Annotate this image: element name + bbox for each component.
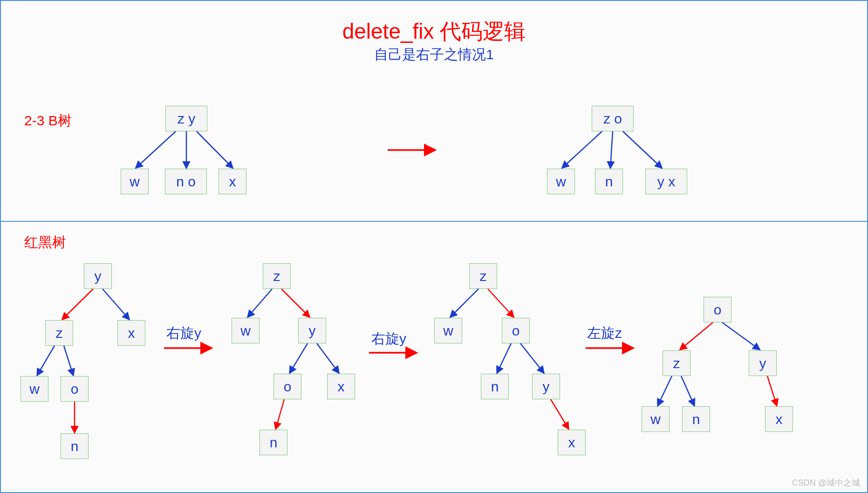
edge bbox=[276, 399, 284, 429]
edge bbox=[290, 343, 308, 373]
edge bbox=[197, 131, 232, 168]
btree-right-child-0: w bbox=[547, 169, 575, 194]
edge bbox=[562, 131, 602, 168]
rb2-w: w bbox=[232, 318, 260, 343]
edge bbox=[248, 289, 272, 317]
rb3-z: z bbox=[469, 263, 497, 289]
rb4-o: o bbox=[704, 297, 731, 322]
rb3-w: w bbox=[434, 318, 462, 343]
edge bbox=[722, 322, 759, 349]
rb1-n: n bbox=[61, 433, 89, 459]
rb1-z: z bbox=[45, 320, 73, 346]
rb3-x: x bbox=[558, 430, 586, 455]
btree-right-root: z o bbox=[592, 106, 634, 131]
op-label-rotR-y-2: 右旋y bbox=[371, 329, 406, 349]
rb3-y: y bbox=[532, 374, 560, 399]
section-label-rbtree: 红黑树 bbox=[24, 233, 66, 252]
rb4-n: n bbox=[682, 406, 710, 432]
rb1-y: y bbox=[84, 263, 112, 289]
rb4-y: y bbox=[749, 350, 777, 376]
btree-left-child-1: n o bbox=[165, 169, 207, 194]
rb2-y: y bbox=[298, 318, 326, 343]
btree-left-child-2: x bbox=[219, 169, 246, 194]
watermark: CSDN @城中之城 bbox=[792, 477, 860, 488]
edge bbox=[680, 322, 713, 349]
rb1-w: w bbox=[21, 376, 48, 402]
rb2-o: o bbox=[273, 374, 301, 399]
edge bbox=[497, 343, 511, 373]
btree-right-child-1: n bbox=[595, 169, 623, 194]
diagram-canvas: delete_fix 代码逻辑 自己是右子之情况1 2-3 B树 z y w n… bbox=[0, 0, 868, 493]
edge bbox=[317, 343, 339, 373]
edges-layer bbox=[1, 1, 868, 493]
edge bbox=[623, 131, 662, 168]
edge bbox=[451, 289, 478, 317]
edge bbox=[64, 346, 73, 375]
btree-right-child-2: y x bbox=[645, 169, 687, 194]
edge bbox=[37, 346, 55, 375]
op-label-rotR-y-1: 右旋y bbox=[166, 324, 201, 343]
rb2-n: n bbox=[260, 430, 287, 455]
edge bbox=[103, 289, 129, 319]
edge bbox=[658, 376, 672, 405]
rb4-z: z bbox=[663, 350, 690, 376]
edge bbox=[136, 131, 176, 168]
rb2-x: x bbox=[327, 374, 355, 399]
btree-left-root: z y bbox=[165, 106, 207, 131]
edge bbox=[681, 376, 694, 405]
rb1-x: x bbox=[117, 320, 145, 346]
rb4-w: w bbox=[642, 406, 670, 432]
edge bbox=[62, 289, 93, 319]
btree-left-child-0: w bbox=[121, 169, 149, 194]
section-label-btree: 2-3 B树 bbox=[24, 111, 72, 130]
rb3-n: n bbox=[481, 374, 509, 399]
rb2-z: z bbox=[263, 263, 291, 289]
rb4-x: x bbox=[765, 406, 793, 432]
edge bbox=[488, 289, 513, 317]
diagram-subtitle: 自己是右子之情况1 bbox=[1, 45, 867, 64]
edge bbox=[281, 289, 309, 317]
rb3-o: o bbox=[502, 318, 530, 343]
edge bbox=[520, 343, 544, 373]
edge bbox=[767, 376, 777, 405]
rb1-o: o bbox=[61, 376, 89, 402]
edge bbox=[551, 399, 568, 429]
diagram-title: delete_fix 代码逻辑 bbox=[1, 17, 867, 46]
edge bbox=[610, 131, 613, 168]
section-divider bbox=[1, 221, 867, 222]
op-label-rotL-z: 左旋z bbox=[587, 324, 622, 343]
